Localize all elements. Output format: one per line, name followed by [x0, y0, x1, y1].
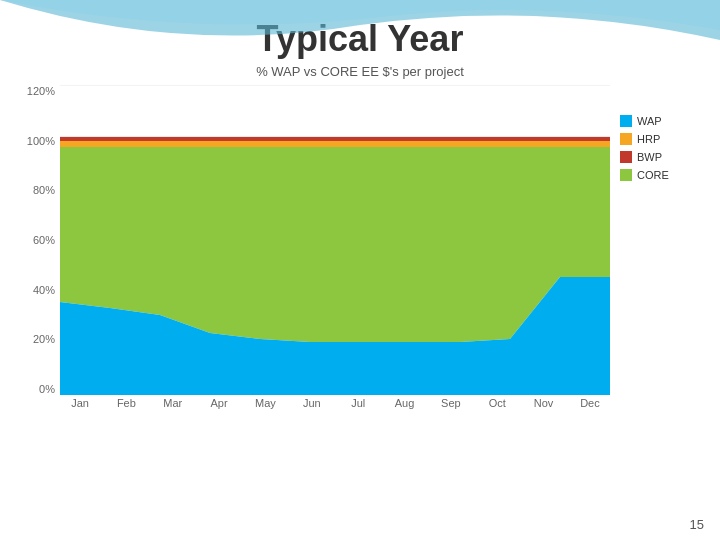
y-label-100: 100% [27, 135, 55, 147]
bwp-area [60, 137, 610, 141]
x-label-oct: Oct [477, 397, 517, 409]
page-number: 15 [690, 517, 704, 532]
y-label-20: 20% [33, 333, 55, 345]
x-label-jul: Jul [338, 397, 378, 409]
chart-container: 120% 100% 80% 60% 40% 20% 0% [20, 85, 700, 425]
legend-core: CORE [620, 169, 700, 181]
y-label-80: 80% [33, 184, 55, 196]
hrp-area [60, 141, 610, 147]
legend-core-color [620, 169, 632, 181]
y-axis: 120% 100% 80% 60% 40% 20% 0% [20, 85, 60, 395]
legend-core-label: CORE [637, 169, 669, 181]
x-label-aug: Aug [385, 397, 425, 409]
x-label-mar: Mar [153, 397, 193, 409]
legend-bwp-color [620, 151, 632, 163]
x-label-may: May [245, 397, 285, 409]
x-label-nov: Nov [524, 397, 564, 409]
chart-inner [60, 85, 610, 395]
chart-svg [60, 85, 610, 395]
legend-hrp-label: HRP [637, 133, 660, 145]
y-label-40: 40% [33, 284, 55, 296]
x-label-feb: Feb [106, 397, 146, 409]
chart-subtitle: % WAP vs CORE EE $'s per project [20, 64, 700, 79]
x-axis: Jan Feb Mar Apr May Jun Jul Aug Sep Oct … [60, 397, 610, 425]
legend-wap-label: WAP [637, 115, 662, 127]
chart-area: % WAP vs CORE EE $'s per project 120% 10… [20, 64, 700, 425]
x-label-sep: Sep [431, 397, 471, 409]
y-label-120: 120% [27, 85, 55, 97]
x-label-dec: Dec [570, 397, 610, 409]
y-label-60: 60% [33, 234, 55, 246]
legend: WAP HRP BWP CORE [620, 115, 700, 181]
legend-bwp-label: BWP [637, 151, 662, 163]
legend-wap-color [620, 115, 632, 127]
legend-hrp-color [620, 133, 632, 145]
legend-wap: WAP [620, 115, 700, 127]
x-label-jan: Jan [60, 397, 100, 409]
x-label-apr: Apr [199, 397, 239, 409]
y-label-0: 0% [39, 383, 55, 395]
x-label-jun: Jun [292, 397, 332, 409]
legend-bwp: BWP [620, 151, 700, 163]
legend-hrp: HRP [620, 133, 700, 145]
